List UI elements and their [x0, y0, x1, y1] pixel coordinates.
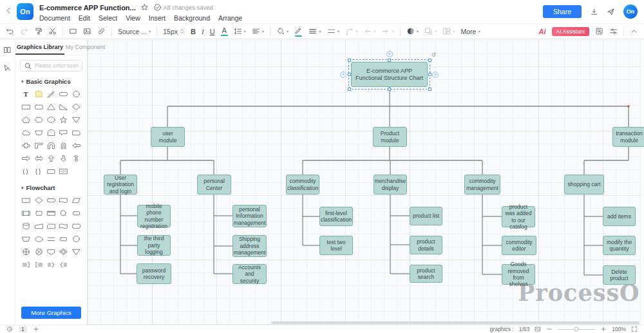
- magic-wand-icon[interactable]: [3, 64, 12, 72]
- arrow-start-icon-button[interactable]: ▾: [363, 27, 375, 35]
- document-shape[interactable]: [57, 195, 70, 206]
- align-icon-button[interactable]: ▾: [252, 27, 264, 35]
- node-commodity-editor[interactable]: commodity editor: [502, 236, 536, 255]
- node-add-items[interactable]: add items: [603, 207, 636, 226]
- pentagon-shape[interactable]: [20, 114, 32, 126]
- send-icon[interactable]: [607, 8, 615, 16]
- triangle-down-shape[interactable]: [70, 246, 82, 258]
- format-settings-icon-button[interactable]: [609, 27, 618, 35]
- arrow-left-shape[interactable]: [70, 140, 82, 151]
- italic-button[interactable]: I: [202, 28, 204, 35]
- auto-layout-icon-button[interactable]: ▾: [442, 27, 455, 35]
- font-size-button[interactable]: 15px: [163, 28, 185, 35]
- star-shape-shape[interactable]: [57, 114, 70, 126]
- document-title[interactable]: E-commerce APP Function...: [39, 4, 136, 12]
- ellipse-shape[interactable]: [45, 114, 57, 126]
- ai-assistant-button[interactable]: AI Assistant: [552, 27, 589, 36]
- node-first-level-classification[interactable]: first-level classification: [319, 207, 353, 226]
- wave-rect-shape[interactable]: [57, 220, 70, 232]
- connector-style-icon-button[interactable]: ▾: [345, 27, 357, 35]
- rounded-small-shape[interactable]: [57, 233, 70, 245]
- line-width-icon-button[interactable]: ▾: [308, 27, 321, 35]
- user-avatar[interactable]: On: [623, 5, 638, 19]
- note-left-shape[interactable]: [32, 259, 44, 271]
- speech-bubble-shape[interactable]: [57, 127, 70, 138]
- circle-shape[interactable]: [70, 233, 82, 245]
- trapezoid-shape[interactable]: [32, 127, 44, 138]
- pill-shape[interactable]: [45, 195, 57, 206]
- add-page-icon[interactable]: [33, 326, 39, 332]
- zoom-slider[interactable]: [558, 329, 595, 330]
- menu-background[interactable]: Background: [174, 14, 210, 22]
- braces-shape[interactable]: { }: [32, 166, 44, 177]
- brace-right-shape[interactable]: [45, 259, 57, 271]
- menu-document[interactable]: Document: [39, 14, 70, 22]
- theme-icon-button[interactable]: ▾: [406, 27, 419, 35]
- more-graphics-button[interactable]: More Graphics: [21, 307, 81, 319]
- navigator-icon[interactable]: [535, 326, 541, 332]
- right-triangle-shape[interactable]: [57, 101, 70, 113]
- undo-icon-button[interactable]: [6, 27, 14, 35]
- node-product-was-added-to-our-catalog[interactable]: product was added to our catalog: [502, 206, 535, 227]
- node-product-list[interactable]: product list: [410, 207, 442, 225]
- selection-handle[interactable]: [348, 88, 351, 91]
- panels-icon[interactable]: [3, 46, 12, 54]
- selection-handle[interactable]: [388, 88, 391, 91]
- rounded-rect-shape[interactable]: [70, 220, 82, 232]
- redo-icon-button[interactable]: [20, 27, 28, 35]
- tab-graphics-library[interactable]: Graphics Library: [15, 40, 64, 55]
- tab-my-component[interactable]: My Component: [64, 40, 106, 55]
- menu-insert[interactable]: Insert: [149, 14, 166, 22]
- plus-left-connector-icon[interactable]: +: [340, 71, 346, 78]
- plus-top-connector-icon[interactable]: +: [386, 51, 393, 57]
- internal-storage-shape[interactable]: [45, 207, 57, 219]
- node-modify-the-quantity[interactable]: modify the quantity: [603, 236, 636, 255]
- rounded-small-shape[interactable]: [70, 207, 82, 219]
- parallel-lines-shape[interactable]: [45, 233, 57, 245]
- fullscreen-icon[interactable]: [631, 326, 638, 332]
- collapse-toolbar-icon-button[interactable]: [630, 27, 638, 35]
- back-icon[interactable]: [5, 6, 13, 15]
- triangle-shape[interactable]: [45, 101, 57, 113]
- selection-handle[interactable]: [388, 59, 391, 62]
- download-icon[interactable]: [590, 8, 598, 16]
- rounded-rect-shape[interactable]: [32, 101, 44, 113]
- plus-right-connector-icon[interactable]: +: [432, 71, 439, 78]
- app-logo[interactable]: On: [17, 3, 33, 20]
- prep-ellipse-shape[interactable]: [32, 233, 44, 245]
- insert-shape-icon-button[interactable]: [69, 27, 77, 35]
- shape-search[interactable]: [20, 60, 82, 71]
- insert-link-icon-button[interactable]: [97, 27, 106, 35]
- font-family-button[interactable]: Source ...▾: [118, 28, 151, 35]
- bold-button[interactable]: B: [191, 28, 196, 35]
- selection-handle[interactable]: [428, 73, 431, 76]
- rotate-handle-icon[interactable]: [430, 52, 436, 58]
- parallelogram-shape[interactable]: [70, 195, 82, 206]
- hexagon-shape[interactable]: [32, 114, 44, 126]
- corner-shape[interactable]: [32, 140, 44, 151]
- line-style-icon-button[interactable]: ▾: [327, 27, 339, 35]
- arrow-double-h-shape[interactable]: [32, 153, 44, 164]
- stroke-color-icon-button[interactable]: [294, 26, 303, 37]
- pen-line-shape[interactable]: [45, 88, 57, 100]
- node-the-third-party-logging[interactable]: the third party logging: [137, 235, 171, 256]
- manual-input-shape[interactable]: [32, 220, 44, 232]
- predefined-process-shape[interactable]: [20, 207, 32, 219]
- parentheses-shape[interactable]: ( ): [20, 166, 32, 177]
- history-icon[interactable]: [6, 326, 13, 332]
- more-button[interactable]: More▾: [461, 28, 480, 35]
- scissors-icon-button[interactable]: [48, 27, 57, 35]
- page-badge[interactable]: 1: [19, 326, 27, 332]
- canvas[interactable]: ProcessOn E-commerce APP Functional Stru…: [88, 40, 644, 325]
- rect-shape[interactable]: [20, 195, 32, 206]
- node-merchandise-display[interactable]: merchandise display: [374, 175, 407, 195]
- brace-left-shape[interactable]: [57, 259, 70, 271]
- manual-operation-shape[interactable]: [32, 207, 44, 219]
- fill-color-icon-button[interactable]: ▾: [276, 27, 289, 35]
- cross-shape[interactable]: [20, 140, 32, 151]
- text-shape[interactable]: T: [20, 88, 32, 100]
- menu-edit[interactable]: Edit: [79, 14, 90, 22]
- search-input[interactable]: [35, 62, 79, 69]
- triangle-down-shape[interactable]: [70, 114, 82, 126]
- code-block-shape[interactable]: </>: [57, 166, 70, 177]
